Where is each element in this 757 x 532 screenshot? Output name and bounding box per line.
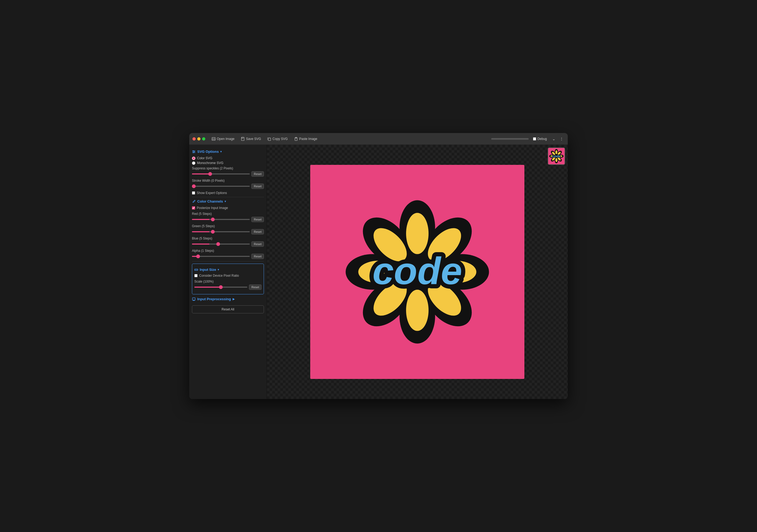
red-option: Red (5 Steps) Reset [192,212,264,222]
blue-reset[interactable]: Reset [251,241,264,247]
paste-image-button[interactable]: Paste Image [292,136,319,142]
stroke-width-reset[interactable]: Reset [251,184,264,189]
alpha-slider-row: Reset [192,254,264,259]
scale-slider[interactable] [194,287,247,288]
alpha-slider-container [192,256,250,257]
app-window: Open Image Save SVG Copy SVG Paste Image… [189,133,568,399]
alpha-label: Alpha (1 Steps) [192,249,264,252]
stroke-width-slider[interactable] [192,186,250,187]
menu-icons: ⌄ ⋮ [551,136,564,142]
input-size-chevron: ▾ [218,268,219,271]
green-slider-container [192,231,250,232]
alpha-slider[interactable] [192,256,250,257]
green-reset[interactable]: Reset [251,229,264,234]
thumbnail: code code [548,147,565,165]
input-size-section: Input Size ▾ Consider Device Pixel Ratio… [192,264,264,294]
svg-rect-16 [193,298,196,300]
save-svg-icon [241,137,245,141]
svg-point-10 [194,151,195,152]
stroke-width-slider-container [192,186,250,187]
debug-checkbox[interactable] [533,137,536,140]
color-svg-option[interactable]: Color SVG [192,156,264,160]
blue-slider-row: Reset [192,241,264,247]
svg-rect-3 [268,138,271,140]
device-pixel-ratio-row[interactable]: Consider Device Pixel Ratio [194,274,261,278]
svg-text:code: code [373,250,462,292]
alpha-reset[interactable]: Reset [251,254,264,259]
debug-section: Debug [533,137,547,141]
traffic-lights [193,137,205,140]
code-logo-svg: code code [324,178,511,366]
device-pixel-ratio-checkbox[interactable] [194,274,197,277]
green-slider-row: Reset [192,229,264,234]
scale-slider-container [194,287,247,288]
paste-image-icon [294,137,298,141]
input-preprocessing-header[interactable]: Input Preprocessing ▶ [192,297,264,301]
blue-label: Blue (5 Steps) [192,237,264,240]
stroke-width-slider-row: Reset [192,184,264,189]
suppress-speckles-slider-container [192,173,250,174]
scale-slider-row: Reset [194,284,261,290]
thumbnail-svg: code code [548,148,564,164]
red-slider-row: Reset [192,217,264,222]
scale-reset[interactable]: Reset [249,284,261,290]
green-option: Green (5 Steps) Reset [192,224,264,234]
minimize-button[interactable] [197,137,200,140]
canvas-image: code code [310,165,524,379]
open-image-button[interactable]: Open Image [210,136,237,142]
maximize-button[interactable] [202,137,205,140]
open-image-icon [212,137,216,141]
dropdown-button[interactable]: ⌄ [551,136,557,142]
show-expert-checkbox[interactable] [192,191,195,194]
monochrome-svg-option[interactable]: Monochrome SVG [192,161,264,165]
svg-point-11 [193,152,194,153]
posterize-row[interactable]: Posterize Input Image [192,206,264,210]
stroke-width-option: Stroke Width (0 Pixels) Reset [192,179,264,189]
scale-label: Scale (100%) [194,280,261,283]
input-size-icon [194,268,198,272]
save-svg-button[interactable]: Save SVG [239,136,263,142]
progress-bar [491,138,529,140]
svg-point-33 [406,290,429,331]
blue-slider[interactable] [192,244,250,245]
canvas-area: code code [267,145,568,399]
red-reset[interactable]: Reset [251,217,264,222]
blue-slider-container [192,244,250,245]
reset-all-button[interactable]: Reset All [192,305,264,313]
stroke-width-label: Stroke Width (0 Pixels) [192,179,264,183]
posterize-checkbox[interactable] [192,206,195,210]
svg-point-53 [556,158,557,162]
divider-2 [192,261,264,261]
sidebar: SVG Options ▾ Color SVG Monochrome SVG S… [189,145,267,399]
suppress-speckles-slider[interactable] [192,173,250,174]
alpha-option: Alpha (1 Steps) Reset [192,249,264,259]
preprocessing-chevron: ▶ [233,298,235,301]
suppress-speckles-reset[interactable]: Reset [251,171,264,177]
svg-point-9 [193,150,194,151]
monochrome-svg-radio[interactable] [192,162,196,165]
color-svg-radio[interactable] [192,157,196,160]
scale-option: Scale (100%) Reset [194,280,261,290]
svg-options-chevron: ▾ [220,150,222,153]
blue-option: Blue (5 Steps) Reset [192,237,264,247]
copy-svg-button[interactable]: Copy SVG [265,136,290,142]
close-button[interactable] [193,137,196,140]
copy-svg-icon [267,137,271,141]
suppress-speckles-option: Suppress speckles (2 Pixels) Reset [192,166,264,177]
suppress-speckles-label: Suppress speckles (2 Pixels) [192,166,264,170]
main-content: SVG Options ▾ Color SVG Monochrome SVG S… [189,145,568,399]
titlebar: Open Image Save SVG Copy SVG Paste Image… [189,133,568,145]
svg-point-29 [406,213,429,254]
red-slider[interactable] [192,219,250,220]
input-size-header[interactable]: Input Size ▾ [194,268,261,272]
more-options-button[interactable]: ⋮ [559,136,564,142]
svg-options-header[interactable]: SVG Options ▾ [192,150,264,154]
show-expert-options-row[interactable]: Show Expert Options [192,191,264,195]
suppress-speckles-slider-row: Reset [192,171,264,177]
svg-text:code: code [552,154,561,158]
color-channels-header[interactable]: Color Channels ▾ [192,199,264,203]
red-label: Red (5 Steps) [192,212,264,216]
green-slider[interactable] [192,231,250,232]
red-slider-container [192,219,250,220]
preprocessing-icon [192,297,196,301]
